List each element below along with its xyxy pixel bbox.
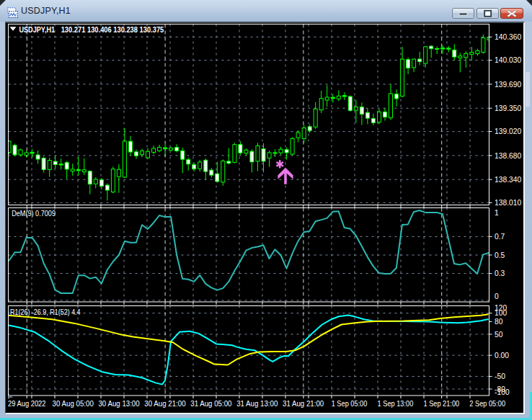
svg-text:138.680: 138.680 — [495, 152, 521, 160]
svg-text:0.00: 0.00 — [495, 352, 509, 359]
svg-text:31 Aug 21:00: 31 Aug 21:00 — [283, 400, 324, 408]
svg-text:R1(26) -26.9, R1(52) 4.4: R1(26) -26.9, R1(52) 4.4 — [10, 308, 81, 316]
svg-text:80: 80 — [495, 318, 503, 326]
svg-text:0: 0 — [495, 292, 499, 300]
svg-text:0.7: 0.7 — [495, 233, 505, 241]
svg-text:30 Aug 21:00: 30 Aug 21:00 — [144, 400, 185, 408]
svg-text:-100: -100 — [495, 388, 510, 396]
svg-text:138.340: 138.340 — [495, 176, 521, 184]
svg-text:1 Sep 21:00: 1 Sep 21:00 — [423, 400, 459, 408]
svg-text:29 Aug 2022: 29 Aug 2022 — [8, 400, 46, 408]
svg-text:50: 50 — [495, 331, 503, 339]
svg-text:1 Sep 05:00: 1 Sep 05:00 — [332, 400, 368, 408]
svg-text:-50: -50 — [495, 372, 505, 380]
svg-text:0.3: 0.3 — [495, 269, 505, 277]
svg-text:31 Aug 13:00: 31 Aug 13:00 — [236, 400, 278, 408]
svg-text:0.5: 0.5 — [495, 251, 505, 259]
svg-text:139.690: 139.690 — [495, 81, 521, 89]
svg-text:130.271 130.406 130.238 130.37: 130.271 130.406 130.238 130.375 — [61, 25, 164, 34]
svg-text:31 Aug 05:00: 31 Aug 05:00 — [190, 400, 231, 408]
svg-text:DeM(9) 0.7009: DeM(9) 0.7009 — [12, 210, 56, 218]
svg-text:139.020: 139.020 — [495, 128, 521, 135]
svg-text:30 Aug 05:00: 30 Aug 05:00 — [53, 400, 94, 408]
svg-text:139.350: 139.350 — [495, 104, 521, 112]
svg-text:140.030: 140.030 — [495, 56, 521, 64]
svg-text:100: 100 — [495, 309, 507, 317]
svg-text:USDJPY,H1: USDJPY,H1 — [19, 25, 55, 34]
svg-text:1 Sep 13:00: 1 Sep 13:00 — [378, 400, 414, 408]
svg-text:1: 1 — [495, 209, 499, 217]
svg-text:2 Sep 05:00: 2 Sep 05:00 — [469, 400, 505, 408]
svg-text:138.010: 138.010 — [495, 199, 521, 207]
svg-text:140.360: 140.360 — [495, 33, 521, 41]
svg-text:30 Aug 13:00: 30 Aug 13:00 — [98, 400, 139, 408]
